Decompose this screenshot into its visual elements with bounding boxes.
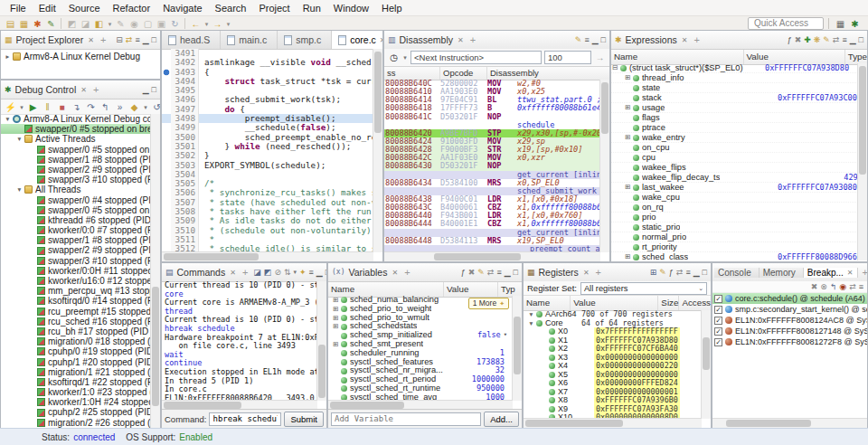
link-icon[interactable]: ⇄ bbox=[676, 268, 684, 277]
step-return-icon[interactable]: ↰ bbox=[99, 101, 111, 113]
disassembly-row[interactable]: sched_submit_work [inlined] bbox=[384, 187, 600, 195]
breakpoint-marker[interactable] bbox=[162, 207, 171, 216]
disassembly-row[interactable]: 80088B6444 B40001E1 CBZ x1, 0xffffff8008… bbox=[384, 220, 600, 228]
breakpoint-marker[interactable] bbox=[162, 114, 171, 123]
breakpoint-mode-icon[interactable]: ◆ bbox=[128, 101, 140, 113]
commands-vscrollbar[interactable] bbox=[316, 281, 326, 401]
disconnect-icon[interactable]: ⚡ bbox=[5, 101, 16, 113]
expression-row[interactable]: ⊞ last_wakee 0xFFFFFFC07A930800 struct t… bbox=[611, 183, 858, 193]
register-set-select[interactable]: All registers ⌄ bbox=[580, 282, 707, 295]
thread-item[interactable]: swapper/0 #4 stopped (PID 0) bbox=[1, 195, 151, 205]
maximize-icon[interactable]: □ bbox=[859, 35, 863, 44]
tab-close-icon[interactable]: ✕ bbox=[847, 269, 854, 277]
stop-icon[interactable]: ■ bbox=[56, 101, 68, 113]
editor-tab[interactable]: core.c ✕ bbox=[332, 31, 382, 49]
scrollbar-thumb[interactable] bbox=[318, 345, 326, 398]
register-row[interactable]: X2 0xFFFFFFC07CF6BA40 64 R/W bbox=[524, 345, 702, 354]
link-icon[interactable]: ⇄ bbox=[849, 282, 856, 291]
variable-row[interactable]: sysctl_sched_features 173883 bbox=[328, 358, 513, 367]
thread-item[interactable]: ksoftirqd/1 #22 stopped (PID 15) bbox=[1, 377, 151, 387]
breakpoint-item[interactable]: ✓ core.c:schedule() @ schedule (A64) |#7… bbox=[712, 293, 867, 304]
expander-icon[interactable]: ⊟ bbox=[611, 63, 619, 72]
disassembly-row[interactable]: 80088B6414 97E04C91 BL ttwu_stat.part.0 … bbox=[384, 96, 600, 104]
thread-item[interactable]: swapper/2 #9 stopped (PID 0) bbox=[1, 245, 151, 255]
minimize-icon[interactable]: ▁ bbox=[693, 268, 700, 277]
thread-item[interactable]: swapper/0 #5 stopped on breakpoint bbox=[1, 124, 151, 134]
scrollbar-thumb[interactable] bbox=[434, 253, 521, 260]
register-row[interactable]: X8 0xFFFFFFC07A9396B0 64 R/W bbox=[524, 396, 702, 405]
remove-icon[interactable]: ✖ bbox=[795, 35, 802, 44]
minimize-icon[interactable]: ▁ bbox=[505, 268, 511, 277]
scrollbar-thumb[interactable] bbox=[525, 420, 623, 427]
value-column-header[interactable]: Value bbox=[571, 296, 658, 310]
thread-item[interactable]: swapper/1 #8 stopped (PID 0) bbox=[1, 155, 151, 165]
bottom-view-tab[interactable]: Breakp... ✕ bbox=[804, 268, 858, 278]
minimize-icon[interactable]: ▁ bbox=[592, 35, 599, 44]
thread-item[interactable]: swapper/3 #10 stopped (PID 0) bbox=[1, 175, 151, 185]
close-icon[interactable]: ✕ bbox=[229, 269, 237, 277]
access-column-header[interactable]: Access bbox=[679, 296, 711, 310]
thread-item[interactable]: kworker/1:0 #23 stopped (PID 16) bbox=[1, 387, 151, 397]
close-icon[interactable]: ✕ bbox=[582, 269, 590, 277]
expression-row[interactable]: ptrace 0 unsigned int bbox=[611, 123, 858, 133]
view-menu-icon[interactable]: ≡ bbox=[584, 35, 589, 44]
registers-rows[interactable]: ▾ AArch64 700 of 700 registers ▾ Core 64… bbox=[524, 310, 702, 419]
expression-row[interactable]: prio 120 int bbox=[611, 213, 858, 222]
caret-icon[interactable]: ▾ bbox=[293, 268, 297, 277]
expression-row[interactable]: wakee_flip_decay_ts 4294892290 long unsi… bbox=[611, 173, 858, 183]
disassembly-row[interactable]: 80088B6420 A9BE7BFD STP x29,x30,[sp,#-0x… bbox=[384, 129, 600, 137]
thread-item[interactable]: kthreadd #6 stopped (PID 2) bbox=[1, 215, 151, 225]
close-icon[interactable]: ✕ bbox=[80, 86, 88, 94]
breakpoint-marker[interactable] bbox=[162, 49, 171, 58]
variable-row[interactable]: sysctl_sched_rt_period 1000000 bbox=[328, 375, 513, 384]
breakpoint-marker[interactable] bbox=[162, 151, 171, 160]
menu-item[interactable]: Run bbox=[297, 2, 327, 14]
new-view-icon[interactable]: + bbox=[860, 267, 867, 278]
menu-item[interactable]: Source bbox=[62, 2, 107, 14]
scrollbar-thumb[interactable] bbox=[164, 402, 241, 409]
maximize-icon[interactable]: □ bbox=[152, 85, 156, 94]
thread-item[interactable]: cpuhp/0 #19 stopped (PID 12) bbox=[1, 346, 151, 356]
thread-item[interactable]: swapper/2 #9 stopped (PID 0) bbox=[1, 165, 151, 175]
scrollbar-thumb[interactable] bbox=[726, 420, 811, 427]
thread-item[interactable]: swapper/3 #10 stopped (PID 0) bbox=[1, 256, 151, 266]
expression-row[interactable]: flags 2097216 unsigned int bbox=[611, 113, 858, 123]
save-all-icon[interactable]: ◪ bbox=[80, 18, 91, 30]
toggle-mark-icon[interactable]: ◉ bbox=[128, 18, 140, 30]
scrollbar-thumb[interactable] bbox=[374, 52, 382, 133]
menu-item[interactable]: Refactor bbox=[107, 2, 157, 14]
expander-icon[interactable]: ⊞ bbox=[332, 305, 340, 314]
register-row[interactable]: X4 0x0000000000000220 64 R/W bbox=[524, 362, 702, 371]
breakpoint-item[interactable]: ✓ EL1N:0xFFFFFF8008124AC8 @ SyS_delete_m… bbox=[712, 315, 867, 326]
thread-item[interactable]: swapper/1 #8 stopped (PID 0) bbox=[1, 235, 151, 245]
add-button[interactable]: Add... bbox=[484, 412, 519, 427]
view-menu-icon[interactable]: ≡ bbox=[842, 35, 846, 44]
disassembly-row[interactable]: 80088B640C 52800002 MOV w2,#0 bbox=[384, 80, 600, 88]
perspective-grid-icon[interactable]: ▦ bbox=[835, 18, 846, 30]
frame-filled-icon[interactable]: ▣ bbox=[156, 18, 167, 30]
scrollbar-thumb[interactable] bbox=[330, 402, 404, 409]
expander-icon[interactable]: ⊞ bbox=[624, 183, 632, 192]
scrollbar-thumb[interactable] bbox=[514, 317, 521, 374]
disassembly-row[interactable]: 80088B6440 F943B001 LDR x1,[x0,#0x760] bbox=[384, 212, 600, 220]
command-input[interactable] bbox=[209, 412, 281, 426]
refresh-icon[interactable]: ↻ bbox=[169, 18, 181, 30]
breakpoints-hscrollbar[interactable] bbox=[712, 418, 867, 428]
menu-item[interactable]: Help bbox=[375, 2, 409, 14]
breakpoint-checkbox[interactable]: ✓ bbox=[714, 338, 722, 346]
breakpoint-checkbox[interactable]: ✓ bbox=[714, 327, 722, 336]
frame-icon[interactable]: ▢ bbox=[142, 18, 154, 30]
menu-item[interactable]: Window bbox=[327, 2, 375, 14]
variable-row[interactable]: ⊞ sched_schedstats bbox=[328, 322, 513, 331]
expander-icon[interactable]: ⊞ bbox=[624, 103, 632, 112]
thread-item[interactable]: ▾ Armv8-A Linux Kernel Debug connected bbox=[1, 114, 151, 124]
history-icon[interactable]: ◷ bbox=[388, 52, 400, 63]
close-icon[interactable]: ✕ bbox=[87, 36, 95, 44]
save-icon[interactable]: ◩ bbox=[66, 18, 78, 30]
clear-console-icon[interactable]: ⊘ bbox=[274, 268, 281, 277]
menu-item[interactable]: Project bbox=[252, 2, 296, 14]
register-row[interactable]: X7 0x0000000000000001 64 R/W bbox=[524, 388, 702, 397]
editor-hscrollbar[interactable] bbox=[162, 251, 373, 261]
thread-item[interactable]: kworker/1:0H #24 stopped (PID 17) bbox=[1, 397, 151, 407]
import-icon[interactable]: ◩ bbox=[264, 268, 272, 277]
